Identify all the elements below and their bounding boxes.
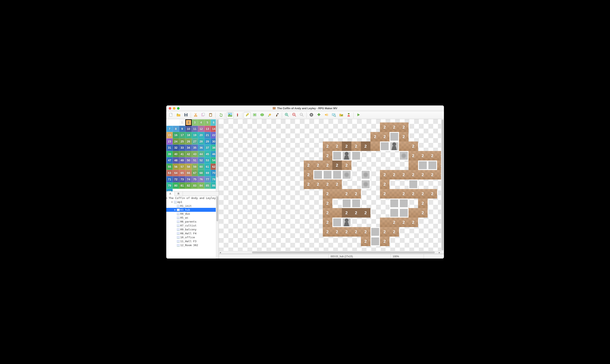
map-cell-9-9[interactable]: 2 bbox=[323, 198, 332, 208]
region-tile-81[interactable]: 81 bbox=[179, 182, 185, 189]
resource-button[interactable] bbox=[338, 112, 345, 118]
region-tile-84[interactable]: 84 bbox=[198, 182, 204, 189]
floodfill-button[interactable] bbox=[266, 112, 273, 118]
region-tile-60[interactable]: 60 bbox=[198, 164, 204, 170]
region-tile-3[interactable]: 3 bbox=[192, 119, 198, 126]
map-cell-17-10[interactable] bbox=[399, 208, 409, 218]
map-cell-12-3[interactable]: 2 bbox=[351, 142, 361, 151]
zoom-in-button[interactable] bbox=[283, 112, 290, 118]
region-tile-1[interactable]: 1 bbox=[179, 119, 185, 126]
map-cell-16-3[interactable] bbox=[389, 142, 399, 151]
region-tile-44[interactable]: 44 bbox=[198, 151, 204, 157]
map-cell-19-10[interactable]: 2 bbox=[418, 208, 428, 218]
ellipse-button[interactable] bbox=[259, 112, 266, 118]
map-cell-11-11[interactable] bbox=[342, 218, 351, 227]
map-cell-8-7[interactable]: 2 bbox=[313, 180, 323, 189]
map-cell-16-8[interactable] bbox=[389, 189, 399, 198]
region-tile-17[interactable]: 17 bbox=[179, 132, 185, 138]
playtest-button[interactable] bbox=[355, 112, 362, 118]
zoom-actual-button[interactable]: 1:1 bbox=[298, 112, 305, 118]
region-tile-21[interactable]: 21 bbox=[204, 132, 211, 138]
zoom-out-button[interactable] bbox=[291, 112, 298, 118]
map-cell-13-13[interactable]: 2 bbox=[361, 237, 370, 246]
region-tile-55[interactable]: 55 bbox=[166, 164, 173, 170]
region-tile-31[interactable]: 31 bbox=[166, 144, 173, 151]
region-tile-41[interactable]: 41 bbox=[179, 151, 185, 157]
region-tile-65[interactable]: 65 bbox=[179, 170, 185, 176]
region-tile-52[interactable]: 52 bbox=[198, 157, 204, 164]
region-tile-71[interactable]: 71 bbox=[166, 176, 173, 183]
region-tile-72[interactable]: 72 bbox=[173, 176, 179, 183]
tree-item-03_hub[interactable]: ⊞03_hub bbox=[166, 208, 219, 212]
region-tile-20[interactable]: 20 bbox=[198, 132, 204, 138]
rectangle-button[interactable] bbox=[251, 112, 258, 118]
map-cell-12-9[interactable] bbox=[351, 198, 361, 208]
map-cell-15-11[interactable] bbox=[380, 218, 389, 227]
map-cell-9-3[interactable]: 2 bbox=[323, 142, 332, 151]
map-cell-14-13[interactable] bbox=[370, 237, 380, 246]
map-canvas[interactable]: 2222222222222222222222222222222222222222… bbox=[219, 119, 441, 251]
region-tile-45[interactable]: 45 bbox=[204, 151, 211, 157]
tileset-scrollbar[interactable] bbox=[216, 119, 219, 191]
map-cell-19-6[interactable]: 2 bbox=[418, 170, 428, 180]
region-tile-19[interactable]: 19 bbox=[192, 132, 198, 138]
map-cell-12-12[interactable]: 2 bbox=[351, 227, 361, 237]
map-cell-20-8[interactable]: 2 bbox=[428, 189, 437, 198]
map-cell-7-7[interactable]: 2 bbox=[304, 180, 313, 189]
new-file-button[interactable] bbox=[167, 112, 175, 118]
tileset-palette[interactable]: 1234567891011121314151617181920212223242… bbox=[166, 119, 219, 192]
map-cell-10-7[interactable]: 2 bbox=[332, 180, 342, 189]
map-cell-18-4[interactable]: 2 bbox=[409, 151, 418, 160]
map-cell-15-6[interactable]: 2 bbox=[380, 170, 389, 180]
map-cell-9-5[interactable]: 2 bbox=[323, 160, 332, 170]
map-cell-10-10[interactable] bbox=[332, 208, 342, 218]
region-tile-9[interactable]: 9 bbox=[179, 126, 185, 132]
tree-item-12_Room-302[interactable]: 12_Room 302 bbox=[166, 243, 219, 247]
undo-button[interactable] bbox=[217, 112, 224, 118]
map-cell-15-1[interactable]: 2 bbox=[380, 122, 389, 132]
map-cell-11-6[interactable] bbox=[342, 170, 351, 180]
map-cell-11-8[interactable]: 2 bbox=[342, 189, 351, 198]
pencil-button[interactable] bbox=[244, 112, 251, 118]
paste-button[interactable] bbox=[207, 112, 214, 118]
map-mode-button[interactable] bbox=[226, 112, 234, 118]
map-cell-19-8[interactable]: 2 bbox=[418, 189, 428, 198]
map-cell-16-2[interactable] bbox=[389, 132, 399, 142]
region-tile-10[interactable]: 10 bbox=[185, 126, 192, 132]
search-button[interactable] bbox=[330, 112, 337, 118]
map-cell-8-6[interactable] bbox=[313, 170, 323, 180]
map-cell-17-4[interactable] bbox=[399, 151, 409, 160]
tree-item-07_cultist[interactable]: 07_cultist bbox=[166, 223, 219, 228]
region-tile-34[interactable]: 34 bbox=[185, 144, 192, 151]
region-tile-33[interactable]: 33 bbox=[179, 144, 185, 151]
map-cell-17-3[interactable] bbox=[399, 142, 409, 151]
region-tile-47[interactable]: 47 bbox=[166, 157, 173, 164]
region-tile-36[interactable]: 36 bbox=[198, 144, 204, 151]
region-tile-58[interactable]: 58 bbox=[185, 164, 192, 170]
map-cell-12-8[interactable]: 2 bbox=[351, 189, 361, 198]
map-cell-17-9[interactable] bbox=[399, 198, 409, 208]
map-cell-18-6[interactable]: 2 bbox=[409, 170, 418, 180]
region-tile-77[interactable]: 77 bbox=[204, 176, 211, 183]
region-tile-49[interactable]: 49 bbox=[179, 157, 185, 164]
region-tile-13[interactable]: 13 bbox=[204, 126, 211, 132]
map-cell-9-10[interactable]: 2 bbox=[323, 208, 332, 218]
region-tile-29[interactable]: 29 bbox=[204, 138, 211, 145]
region-tile-64[interactable]: 64 bbox=[173, 170, 179, 176]
map-cell-11-12[interactable]: 2 bbox=[342, 227, 351, 237]
tree-item-11_Hall-F3[interactable]: 11_Hall F3 bbox=[166, 239, 219, 243]
map-cell-13-12[interactable]: 2 bbox=[361, 227, 370, 237]
map-cell-11-4[interactable] bbox=[342, 151, 351, 160]
region-tile-27[interactable]: 27 bbox=[192, 138, 198, 145]
open-folder-button[interactable] bbox=[175, 112, 182, 118]
map-cell-18-7[interactable] bbox=[409, 180, 418, 189]
tree-item-04_duo[interactable]: 04_duo bbox=[166, 212, 219, 216]
map-cell-15-13[interactable]: 2 bbox=[380, 237, 389, 246]
map-cell-11-5[interactable]: 2 bbox=[342, 160, 351, 170]
map-cell-17-6[interactable]: 2 bbox=[399, 170, 409, 180]
region-tile-51[interactable]: 51 bbox=[192, 157, 198, 164]
map-cell-20-5[interactable] bbox=[428, 160, 437, 170]
map-cell-15-12[interactable]: 2 bbox=[380, 227, 389, 237]
region-tile-87[interactable]: 87 bbox=[166, 189, 173, 192]
map-cell-11-9[interactable] bbox=[342, 198, 351, 208]
